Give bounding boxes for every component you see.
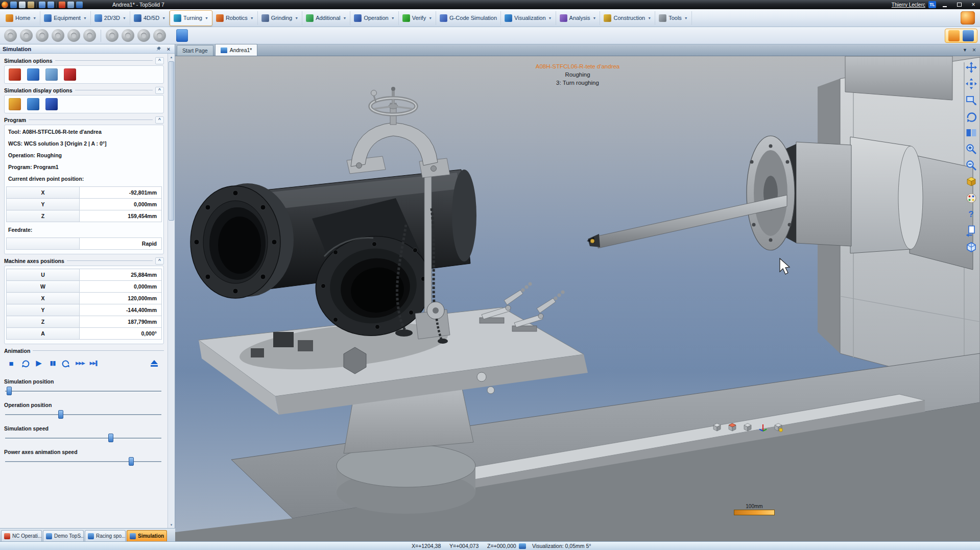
- drilling-icon[interactable]: [106, 29, 118, 42]
- contouring-icon[interactable]: [52, 29, 64, 42]
- stock-definition-icon[interactable]: [176, 29, 188, 42]
- tab-robotics[interactable]: Robotics▼: [212, 11, 258, 25]
- undo-icon[interactable]: [39, 2, 45, 8]
- rotate-view-icon[interactable]: [964, 109, 978, 123]
- chevron-down-icon[interactable]: ▼: [205, 16, 208, 20]
- chevron-down-icon[interactable]: ▼: [593, 16, 596, 20]
- material-removal-icon[interactable]: [963, 30, 974, 41]
- slider-thumb[interactable]: [58, 410, 63, 419]
- bottom-tab-simulation[interactable]: Simulation: [127, 530, 167, 541]
- tab-construction[interactable]: Construction▼: [600, 11, 655, 25]
- chevron-down-icon[interactable]: ▼: [162, 16, 165, 20]
- help-icon[interactable]: ?: [964, 207, 978, 221]
- driven-point-display-icon[interactable]: [45, 98, 58, 110]
- tab-close-icon[interactable]: ×: [972, 46, 976, 54]
- bottom-tab-racing[interactable]: Racing spo...: [85, 530, 126, 541]
- maximize-button[interactable]: [953, 1, 965, 9]
- slider-thumb[interactable]: [129, 457, 134, 466]
- scrollbar-thumb[interactable]: [169, 61, 174, 221]
- step-forward-icon[interactable]: [61, 357, 71, 369]
- user-name-link[interactable]: Thierry Leclerc: [892, 2, 925, 8]
- tab-gcode-simulation[interactable]: G-Code Simulation: [436, 11, 501, 25]
- pan-icon[interactable]: [964, 60, 978, 74]
- topsolid-logo-icon[interactable]: [2, 2, 8, 8]
- tab-list-chevron-icon[interactable]: ▼: [963, 47, 967, 53]
- threading-icon[interactable]: [83, 29, 96, 42]
- assistance-icon[interactable]: [961, 11, 975, 25]
- axes-display-icon[interactable]: [27, 98, 39, 110]
- turning-finishing-icon[interactable]: [20, 29, 33, 42]
- new-document-icon[interactable]: [76, 2, 83, 8]
- tool-display-icon[interactable]: [9, 98, 21, 110]
- chevron-down-icon[interactable]: ▼: [250, 16, 254, 20]
- tab-visualization[interactable]: Visualization▼: [501, 11, 556, 25]
- machine-simulation-icon[interactable]: [9, 68, 21, 81]
- bottom-tab-nc-operations[interactable]: NC Operati...: [1, 530, 42, 541]
- previous-view-icon[interactable]: [964, 224, 978, 237]
- zoom-window-icon[interactable]: [964, 93, 978, 107]
- tab-home[interactable]: Home▼: [2, 11, 40, 25]
- tab-operation[interactable]: Operation▼: [350, 11, 398, 25]
- machining-simulation-icon[interactable]: [948, 30, 960, 41]
- slider-thumb[interactable]: [7, 387, 12, 395]
- tab-equipment[interactable]: Equipment▼: [40, 11, 91, 25]
- scroll-up-icon[interactable]: ▲: [168, 54, 175, 60]
- redo-icon[interactable]: [47, 2, 54, 8]
- view-cube-shaded-icon[interactable]: [773, 422, 783, 433]
- chevron-down-icon[interactable]: ▼: [391, 16, 395, 20]
- facing-icon[interactable]: [36, 29, 49, 42]
- save-icon[interactable]: [10, 2, 17, 8]
- pause-icon[interactable]: ▮▮: [47, 357, 58, 369]
- balanced-turning-icon[interactable]: [137, 29, 150, 42]
- simulation-speed-slider[interactable]: [5, 434, 161, 443]
- chevron-down-icon[interactable]: ▼: [548, 16, 552, 20]
- collapse-icon[interactable]: ^: [155, 87, 164, 94]
- chevron-down-icon[interactable]: ▼: [684, 16, 688, 20]
- turning-roughing-icon[interactable]: [4, 29, 17, 42]
- tab-verify[interactable]: Verify▼: [399, 11, 436, 25]
- viewport-3d[interactable]: A08H-STFCL06-R-tete d'andrea Roughing 3:…: [175, 56, 980, 541]
- machine-display-icon[interactable]: [45, 68, 58, 81]
- copy-icon[interactable]: [19, 2, 26, 8]
- chevron-down-icon[interactable]: ▼: [295, 16, 298, 20]
- go-to-end-icon[interactable]: ▶▶▌: [89, 357, 99, 369]
- chevron-down-icon[interactable]: ▼: [123, 16, 126, 20]
- collapse-icon[interactable]: ^: [155, 57, 164, 64]
- 3d-scene[interactable]: [175, 56, 980, 541]
- stop-icon[interactable]: ■: [6, 357, 16, 369]
- tab-turning[interactable]: Turning▼: [170, 10, 212, 26]
- tab-start-page[interactable]: Start Page: [177, 45, 213, 56]
- tool-change-icon[interactable]: [153, 29, 166, 42]
- chevron-down-icon[interactable]: ▼: [648, 16, 651, 20]
- collapse-icon[interactable]: ^: [155, 116, 164, 124]
- chevron-down-icon[interactable]: ▼: [33, 16, 36, 20]
- tab-grinding[interactable]: Grinding▼: [258, 11, 303, 25]
- dynamic-view-icon[interactable]: [964, 77, 978, 90]
- collapse-icon[interactable]: ^: [155, 257, 164, 265]
- chevron-down-icon[interactable]: ▼: [428, 16, 432, 20]
- scroll-down-icon[interactable]: ▼: [168, 521, 175, 528]
- zoom-out-icon[interactable]: [964, 158, 978, 172]
- tab-andrea1[interactable]: Andrea1*: [215, 44, 258, 56]
- tab-2d3d[interactable]: 2D/3D▼: [91, 11, 130, 25]
- panel-scrollbar[interactable]: ▲ ▼: [168, 54, 175, 528]
- standard-views-icon[interactable]: [964, 175, 978, 188]
- view-orientation-icon[interactable]: [964, 240, 978, 254]
- tab-4d5d[interactable]: 4D/5D▼: [130, 11, 170, 25]
- bottom-tab-demo[interactable]: Demo TopS...: [43, 530, 84, 541]
- collision-check-icon[interactable]: [64, 68, 76, 81]
- fast-forward-icon[interactable]: ▶▶▶: [75, 357, 85, 369]
- eject-icon[interactable]: [151, 360, 158, 367]
- step-back-icon[interactable]: [20, 357, 30, 369]
- split-view-icon[interactable]: [964, 126, 978, 139]
- panel-close-icon[interactable]: ×: [165, 45, 172, 53]
- macro-icon[interactable]: [59, 2, 65, 8]
- tab-analysis[interactable]: Analysis▼: [556, 11, 601, 25]
- tab-tools[interactable]: Tools▼: [655, 11, 692, 25]
- chevron-down-icon[interactable]: ▼: [83, 16, 87, 20]
- parting-off-icon[interactable]: [122, 29, 134, 42]
- view-cube-icon[interactable]: [711, 422, 722, 433]
- chevron-down-icon[interactable]: ▼: [343, 16, 346, 20]
- close-button[interactable]: ×: [968, 1, 979, 9]
- user-avatar[interactable]: TL: [928, 1, 936, 8]
